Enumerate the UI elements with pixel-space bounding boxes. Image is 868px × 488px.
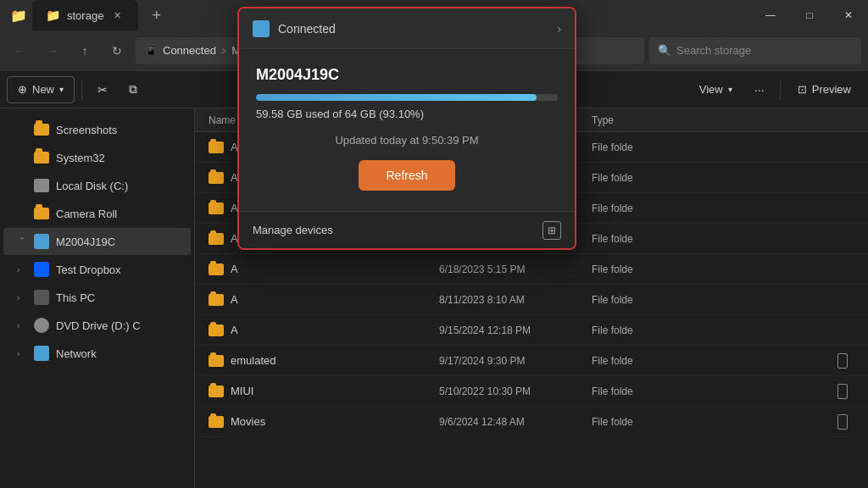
popup-chevron-icon: › [557,22,561,36]
manage-devices-icon[interactable]: ⊞ [542,221,561,240]
updated-text: Updated today at 9:50:39 PM [256,134,558,147]
popup-header[interactable]: Connected › [239,8,575,49]
storage-bar-fill [256,94,537,101]
popup-card: Connected › M2004J19C 59.58 GB used of 6… [237,7,576,250]
popup-footer: Manage devices ⊞ [239,211,575,248]
storage-text: 59.58 GB used of 64 GB (93.10%) [256,108,558,120]
manage-devices-label[interactable]: Manage devices [253,224,542,236]
popup-device-icon [253,20,270,37]
refresh-button[interactable]: Refresh [359,160,454,191]
popup-header-title: Connected [278,22,557,36]
popup-device-name: M2004J19C [256,66,558,84]
popup-body: M2004J19C 59.58 GB used of 64 GB (93.10%… [239,49,575,211]
storage-bar-container [256,94,558,101]
popup-overlay: Connected › M2004J19C 59.58 GB used of 6… [0,0,868,488]
